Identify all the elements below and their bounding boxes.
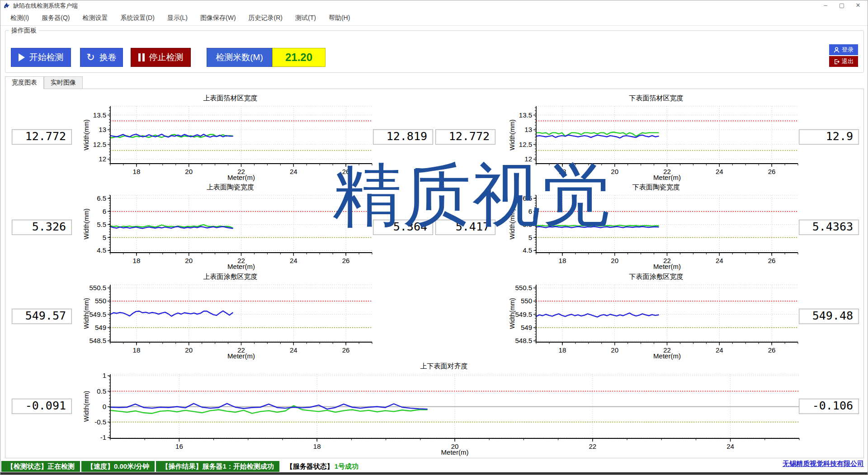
maximize-icon[interactable]: ▢: [834, 0, 849, 10]
svg-text:26: 26: [768, 346, 776, 354]
menu-display[interactable]: 显示(L): [161, 12, 194, 24]
svg-text:548.5: 548.5: [515, 337, 532, 344]
lcd-display: 12.819: [373, 129, 433, 145]
tab-width-charts[interactable]: 宽度图表: [5, 76, 44, 89]
svg-text:6: 6: [103, 207, 106, 215]
svg-text:4.5: 4.5: [97, 246, 106, 254]
svg-text:1: 1: [103, 372, 106, 379]
svg-text:6.5: 6.5: [523, 194, 532, 202]
status-detection-state: 【检测状态】正在检测: [1, 461, 80, 472]
chart-title: 下表面箔材区宽度: [508, 93, 804, 103]
window-title: 缺陷在线检测系统客户端: [13, 2, 78, 10]
svg-text:18: 18: [559, 168, 566, 175]
menu-help[interactable]: 帮助(H): [322, 12, 356, 24]
svg-text:Width(mm): Width(mm): [83, 119, 90, 150]
svg-text:4.5: 4.5: [523, 246, 532, 254]
pause-icon: [138, 53, 145, 61]
login-label: 登录: [842, 46, 854, 54]
svg-text:24: 24: [726, 442, 734, 450]
login-button[interactable]: 登录: [829, 44, 858, 55]
svg-text:20: 20: [611, 168, 618, 175]
refresh-icon: ↻: [86, 53, 94, 62]
svg-text:13: 13: [524, 126, 532, 133]
svg-text:18: 18: [313, 442, 321, 450]
chart-title: 下表面陶瓷宽度: [508, 182, 804, 192]
svg-text:26: 26: [342, 168, 350, 175]
menu-detect-settings[interactable]: 检测设置: [76, 12, 114, 24]
chart-plot: 4.555.566.51820222426Meter(m)Width(mm): [508, 192, 804, 271]
svg-text:0: 0: [103, 403, 106, 410]
stop-detection-label: 停止检测: [149, 52, 184, 63]
svg-text:12.5: 12.5: [93, 141, 106, 148]
svg-text:24: 24: [290, 168, 297, 175]
svg-text:12: 12: [99, 155, 106, 163]
svg-text:550.5: 550.5: [89, 284, 106, 292]
svg-text:24: 24: [716, 346, 723, 354]
chart-title: 上表面陶瓷宽度: [82, 182, 378, 192]
menu-detect[interactable]: 检测(I): [4, 12, 35, 24]
chart-upper-foil-width: 上表面箔材区宽度1212.51313.51820222426Meter(m)Wi…: [82, 93, 378, 182]
svg-text:13.5: 13.5: [93, 111, 106, 119]
logout-label: 退出: [842, 57, 854, 66]
svg-text:20: 20: [611, 257, 618, 264]
width-charts-page: 上表面箔材区宽度1212.51313.51820222426Meter(m)Wi…: [5, 89, 864, 458]
close-icon[interactable]: ✕: [850, 0, 866, 10]
start-detection-button[interactable]: 开始检测: [11, 48, 71, 67]
svg-text:0.5: 0.5: [97, 387, 106, 395]
play-icon: [19, 53, 25, 61]
minimize-icon[interactable]: –: [818, 0, 833, 10]
svg-text:24: 24: [290, 257, 297, 264]
operation-panel-label: 操作面板: [9, 27, 39, 35]
menu-image-save[interactable]: 图像保存(W): [194, 12, 242, 24]
svg-text:549: 549: [95, 324, 106, 331]
tab-realtime-image[interactable]: 实时图像: [44, 76, 83, 89]
window-bottom-edge: [0, 472, 868, 475]
menu-bar: 检测(I) 服务器(Q) 检测设置 系统设置(D) 显示(L) 图像保存(W) …: [0, 10, 868, 26]
svg-text:Meter(m): Meter(m): [653, 352, 681, 360]
exit-icon: [834, 59, 840, 65]
title-bar: 缺陷在线检测系统客户端 – ▢ ✕: [0, 0, 868, 10]
operation-panel: 操作面板 开始检测 ↻ 换卷 停止检测 检测米数(M) 21.20 登录: [5, 30, 864, 73]
server-state-value: 1号成功: [335, 462, 359, 471]
change-roll-button[interactable]: ↻ 换卷: [80, 48, 123, 67]
lcd-display: 5.364: [373, 220, 433, 235]
svg-text:13: 13: [99, 126, 106, 133]
menu-test[interactable]: 测试(T): [289, 12, 322, 24]
svg-text:20: 20: [185, 257, 193, 264]
svg-text:Width(mm): Width(mm): [83, 298, 90, 329]
status-server-state: 【服务器状态】 1号成功: [281, 462, 364, 471]
svg-text:18: 18: [133, 257, 141, 264]
svg-text:20: 20: [185, 346, 193, 354]
svg-text:16: 16: [175, 442, 183, 450]
lcd-display: 12.772: [435, 129, 495, 145]
app-window: 缺陷在线检测系统客户端 – ▢ ✕ 检测(I) 服务器(Q) 检测设置 系统设置…: [0, 0, 868, 475]
svg-text:Meter(m): Meter(m): [653, 263, 681, 270]
menu-system-settings[interactable]: 系统设置(D): [114, 12, 160, 24]
svg-text:Meter(m): Meter(m): [441, 448, 469, 456]
chart-title: 上表面箔材区宽度: [82, 93, 378, 103]
svg-text:5: 5: [103, 234, 106, 241]
lcd-display: 549.48: [799, 309, 859, 324]
svg-text:Width(mm): Width(mm): [83, 391, 90, 422]
svg-text:5.5: 5.5: [97, 221, 106, 228]
meter-count-value: 21.20: [272, 48, 326, 67]
lcd-display: 5.4363: [799, 220, 859, 235]
chart-plot: -1-0.500.511618202224Meter(m)Width(mm): [82, 371, 806, 456]
lcd-display: 5.326: [12, 220, 72, 235]
svg-text:550: 550: [521, 297, 532, 305]
menu-server[interactable]: 服务器(Q): [35, 12, 76, 24]
svg-text:549.5: 549.5: [89, 310, 106, 318]
chart-lower-coating-width: 下表面涂敷区宽度548.5549549.5550550.51820222426M…: [508, 271, 804, 360]
svg-text:-1: -1: [100, 433, 106, 441]
svg-text:549: 549: [521, 324, 532, 331]
stop-detection-button[interactable]: 停止检测: [131, 48, 191, 67]
status-operation-result: 【操作结果】服务器1：开始检测成功: [156, 461, 279, 472]
svg-text:550: 550: [95, 297, 106, 305]
logout-button[interactable]: 退出: [829, 56, 858, 67]
svg-text:18: 18: [133, 168, 141, 175]
svg-text:5: 5: [528, 234, 532, 241]
lcd-display: -0.106: [799, 399, 859, 414]
svg-text:Meter(m): Meter(m): [227, 352, 255, 360]
company-link[interactable]: 无锡精质视觉科技有限公司: [783, 460, 864, 468]
menu-history[interactable]: 历史记录(R): [242, 12, 289, 24]
